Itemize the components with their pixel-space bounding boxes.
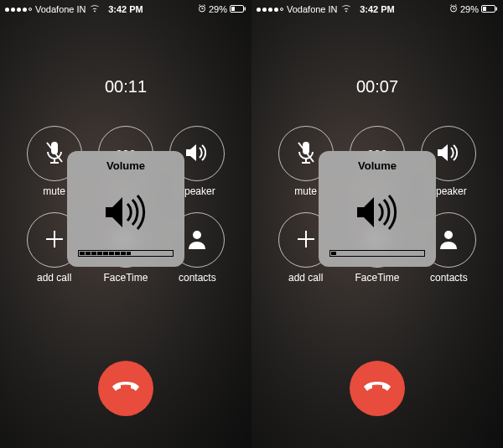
- volume-level-bar: [329, 250, 425, 257]
- mute-label: mute: [43, 185, 65, 197]
- status-bar: Vodafone IN 3:42 PM 29%: [0, 3, 252, 16]
- alarm-icon: [449, 4, 458, 14]
- plus-icon: [295, 228, 317, 253]
- volume-hud-title: Volume: [358, 159, 397, 172]
- svg-line-22: [450, 5, 452, 6]
- wifi-icon: [90, 4, 100, 14]
- call-duration: 00:07: [252, 77, 503, 96]
- carrier-label: Vodafone IN: [287, 4, 338, 14]
- svg-line-3: [199, 5, 200, 6]
- svg-line-23: [455, 5, 457, 6]
- contacts-label: contacts: [430, 272, 468, 284]
- person-icon: [438, 228, 459, 253]
- facetime-label: FaceTime: [104, 272, 148, 284]
- battery-icon: [230, 4, 246, 14]
- svg-rect-6: [245, 8, 246, 11]
- contacts-label: contacts: [179, 272, 216, 284]
- mic-off-icon: [295, 140, 317, 168]
- phone-screen-left: Vodafone IN 3:42 PM 29% 00:11 mute: [0, 0, 252, 448]
- plus-icon: [44, 228, 65, 253]
- svg-line-4: [204, 5, 205, 6]
- end-call-button[interactable]: [350, 361, 405, 416]
- mute-label: mute: [294, 185, 317, 197]
- phone-screen-right: Vodafone IN 3:42 PM 29% 00:07 mute: [252, 0, 503, 448]
- volume-icon: [102, 179, 149, 245]
- wifi-icon: [341, 4, 351, 14]
- call-duration: 00:11: [0, 77, 252, 96]
- speaker-icon: [184, 143, 210, 165]
- volume-hud: Volume: [319, 151, 436, 267]
- signal-dots-icon: [257, 8, 283, 12]
- end-call-button[interactable]: [98, 361, 153, 416]
- svg-rect-7: [231, 7, 235, 11]
- clock-label: 3:42 PM: [108, 4, 143, 14]
- phone-hangup-icon: [363, 381, 392, 396]
- volume-level-bar: [78, 250, 174, 257]
- battery-icon: [481, 4, 498, 14]
- svg-rect-26: [483, 7, 486, 11]
- clock-label: 3:42 PM: [360, 4, 395, 14]
- svg-point-18: [193, 231, 201, 239]
- facetime-label: FaceTime: [355, 272, 400, 284]
- addcall-label: add call: [37, 272, 71, 284]
- speaker-label: speaker: [179, 185, 215, 197]
- person-icon: [187, 228, 207, 253]
- carrier-label: Vodafone IN: [35, 4, 86, 14]
- status-bar: Vodafone IN 3:42 PM 29%: [252, 3, 503, 16]
- volume-hud-title: Volume: [106, 159, 145, 172]
- addcall-label: add call: [288, 272, 323, 284]
- battery-pct-label: 29%: [460, 4, 479, 14]
- alarm-icon: [198, 4, 206, 14]
- speaker-label: speaker: [431, 185, 467, 197]
- svg-rect-25: [496, 8, 498, 11]
- svg-point-37: [444, 231, 453, 239]
- battery-pct-label: 29%: [209, 4, 227, 14]
- volume-icon: [354, 179, 401, 245]
- speaker-icon: [436, 143, 461, 165]
- mic-off-icon: [44, 140, 65, 168]
- phone-hangup-icon: [111, 381, 140, 396]
- volume-hud: Volume: [67, 151, 184, 267]
- signal-dots-icon: [5, 8, 32, 12]
